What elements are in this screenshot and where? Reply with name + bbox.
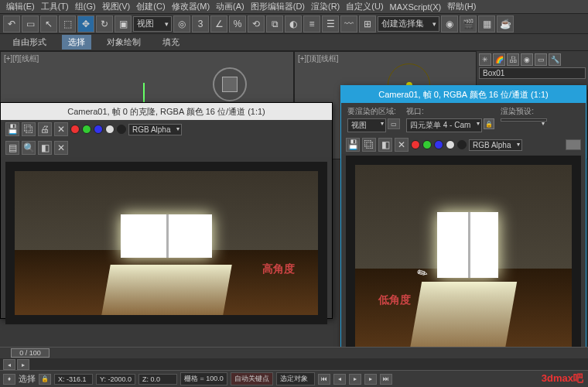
viewport-dropdown[interactable]: 四元菜单 4 - Cam (406, 118, 482, 132)
timeline-prev-icon[interactable]: ◂ (3, 359, 15, 370)
hierarchy-tab-icon[interactable]: 品 (507, 53, 519, 66)
ribbon-object-paint[interactable]: 对象绘制 (101, 35, 147, 50)
time-slider[interactable]: 0 / 100 (0, 348, 588, 358)
area-dropdown[interactable]: 视图 (347, 118, 386, 132)
menu-views[interactable]: 视图(V) (99, 1, 134, 12)
render-window-2: Camera01, 帧 0, RGBA 颜色 16 位/通道 (1:1) 要渲染… (340, 85, 586, 372)
menu-create[interactable]: 创建(C) (133, 1, 168, 12)
move-button[interactable]: ✥ (77, 15, 94, 33)
channel-blue-toggle-2[interactable] (434, 140, 443, 149)
pointer-button[interactable]: ↖ (40, 15, 57, 33)
channel-red-toggle-2[interactable] (411, 140, 420, 149)
motion-tab-icon[interactable]: ◉ (521, 53, 533, 66)
play-next-button[interactable]: ▸ (364, 374, 377, 385)
display-tab-icon[interactable]: ▭ (535, 53, 547, 66)
compare-button[interactable]: ◧ (38, 141, 52, 155)
channel-red-toggle[interactable] (70, 125, 80, 134)
menu-group[interactable]: 组(G) (72, 1, 99, 12)
selection-filter-field[interactable]: 选定对象 (276, 372, 315, 385)
channel-green-toggle-2[interactable] (422, 140, 432, 149)
select-region-button[interactable]: ⬚ (59, 15, 76, 33)
viewcube-icon[interactable] (213, 67, 247, 101)
rotate-button[interactable]: ↻ (96, 15, 113, 33)
render-frame-button[interactable]: ▦ (478, 15, 495, 33)
channel-dropdown[interactable]: RGB Alpha (128, 124, 182, 135)
channel-alpha-toggle-2[interactable] (446, 140, 455, 149)
play-button[interactable]: ▸ (349, 374, 361, 385)
ribbon-fill[interactable]: 填充 (156, 35, 186, 50)
utilities-tab-icon[interactable]: 🔧 (549, 53, 561, 66)
clear-button-2[interactable]: ✕ (395, 138, 409, 152)
spinner-snap-toggle[interactable]: ⟲ (248, 15, 265, 33)
delete-button[interactable]: ✕ (54, 141, 68, 155)
print-button[interactable]: 🖨 (38, 122, 52, 136)
channel-mono-toggle[interactable] (117, 125, 126, 134)
channel-alpha-toggle[interactable] (105, 125, 115, 134)
menu-maxscript[interactable]: MAXScript(X) (387, 2, 445, 12)
menu-help[interactable]: 帮助(H) (444, 1, 479, 12)
window-light-icon-2 (437, 212, 497, 278)
play-start-button[interactable]: ⏮ (318, 374, 330, 385)
maxscript-listener-button[interactable]: ♦ (3, 374, 15, 385)
percent-snap-toggle[interactable]: % (229, 15, 246, 33)
region-button[interactable]: ▭ (388, 118, 400, 129)
create-tab-icon[interactable]: ✳ (479, 53, 491, 66)
save-image-button[interactable]: 💾 (5, 122, 19, 136)
clone-button-2[interactable]: ⿻ (362, 138, 376, 152)
compare-button-2[interactable]: ◧ (378, 138, 392, 152)
menu-tools[interactable]: 工具(T) (38, 1, 72, 12)
menu-rendering[interactable]: 渲染(R) (308, 1, 343, 12)
channel-blue-toggle[interactable] (94, 125, 103, 134)
pivot-button[interactable]: ◎ (173, 15, 190, 33)
object-name-field[interactable]: Box01 (479, 67, 586, 79)
render-canvas-1[interactable]: 高角度 (5, 162, 327, 324)
menu-edit[interactable]: 编辑(E) (3, 1, 38, 12)
ref-coord-dropdown[interactable]: 视图 (133, 16, 172, 32)
snap-button[interactable]: ⧉ (266, 15, 283, 33)
modify-tab-icon[interactable]: 🌈 (493, 53, 505, 66)
clone-button[interactable]: ⿻ (22, 122, 36, 136)
lock-selection-icon[interactable]: 🔒 (39, 374, 51, 385)
coord-y-field[interactable]: Y: -2000.0 (96, 374, 135, 385)
play-end-button[interactable]: ⏭ (380, 374, 392, 385)
save-image-button-2[interactable]: 💾 (346, 138, 360, 152)
ribbon-select[interactable]: 选择 (62, 35, 91, 50)
timeline-controls: ◂ ▸ (0, 358, 588, 371)
ribbon-freeform[interactable]: 自由形式 (6, 35, 53, 50)
align-button[interactable]: ≡ (303, 15, 320, 33)
menu-customize[interactable]: 自定义(U) (343, 1, 386, 12)
autokey-button[interactable]: 自动关键点 (231, 372, 273, 385)
channel-green-toggle[interactable] (82, 125, 91, 134)
angle-snap-toggle[interactable]: ∠ (210, 15, 227, 33)
preset-label: 渲染预设: (501, 106, 547, 117)
play-prev-button[interactable]: ◂ (333, 374, 346, 385)
undo-button[interactable]: ↶ (3, 15, 20, 33)
scale-button[interactable]: ▣ (115, 15, 132, 33)
layer-button[interactable]: ☰ (322, 15, 339, 33)
material-editor-button[interactable]: ◉ (441, 15, 458, 33)
preset-dropdown[interactable] (501, 118, 547, 122)
mirror-button[interactable]: ◐ (285, 15, 302, 33)
select-button[interactable]: ▭ (22, 15, 39, 33)
render-setup-button[interactable]: 🎬 (460, 15, 477, 33)
time-slider-thumb[interactable]: 0 / 100 (11, 348, 50, 358)
curve-editor-button[interactable]: 〰 (340, 15, 357, 33)
render-canvas-2[interactable]: ✎ 低角度 (346, 156, 581, 363)
color-swatch[interactable] (566, 139, 581, 150)
snap-toggle[interactable]: 3 (192, 15, 209, 33)
channel-dropdown-2[interactable]: RGB Alpha (469, 139, 522, 151)
zoom-button[interactable]: 🔍 (22, 141, 36, 155)
menu-animation[interactable]: 动画(A) (213, 1, 248, 12)
toggle-ui-button[interactable]: ▤ (5, 141, 19, 155)
selection-set-dropdown[interactable]: 创建选择集 (378, 16, 439, 32)
coord-z-field[interactable]: Z: 0.0 (138, 374, 177, 385)
channel-mono-toggle-2[interactable] (457, 140, 467, 149)
clear-button[interactable]: ✕ (54, 122, 68, 136)
timeline-next-icon[interactable]: ▸ (17, 359, 29, 370)
lock-icon[interactable]: 🔒 (484, 118, 494, 129)
menu-modifiers[interactable]: 修改器(M) (169, 1, 214, 12)
coord-x-field[interactable]: X: -316.1 (54, 374, 93, 385)
schematic-button[interactable]: ⊞ (359, 15, 376, 33)
menu-graph[interactable]: 图形编辑器(D) (248, 1, 308, 12)
render-button[interactable]: ☕ (497, 15, 514, 33)
